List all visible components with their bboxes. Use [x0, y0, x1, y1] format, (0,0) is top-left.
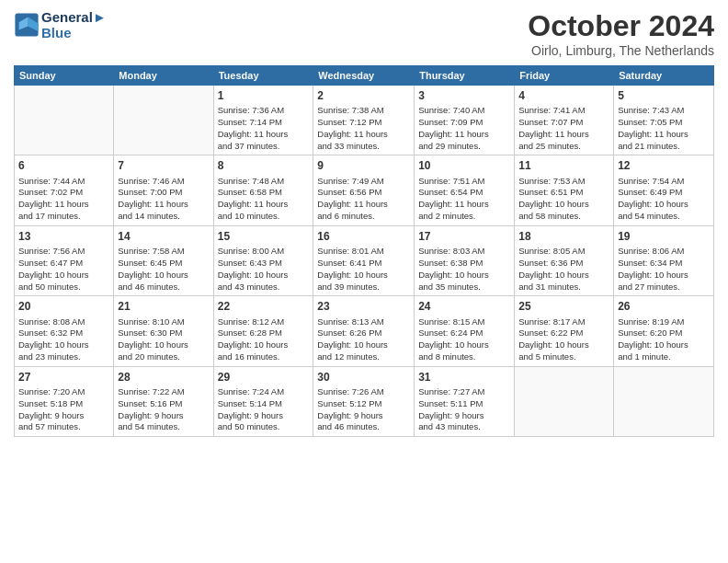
- cell-info-line: Sunrise: 8:19 AM: [618, 316, 710, 328]
- cell-info-line: and 39 minutes.: [317, 282, 410, 293]
- cell-info-line: and 27 minutes.: [618, 282, 710, 293]
- day-number: 19: [618, 229, 710, 244]
- calendar-cell: 17Sunrise: 8:03 AMSunset: 6:38 PMDayligh…: [415, 225, 515, 295]
- cell-info-line: and 50 minutes.: [218, 421, 310, 433]
- cell-info-line: Sunset: 6:38 PM: [418, 258, 510, 270]
- calendar-cell: 24Sunrise: 8:15 AMSunset: 6:24 PMDayligh…: [415, 296, 515, 366]
- cell-info-line: and 21 minutes.: [618, 141, 710, 153]
- cell-info-line: Sunset: 6:54 PM: [418, 187, 510, 199]
- cell-info-line: Sunrise: 8:06 AM: [618, 246, 710, 258]
- calendar-cell: 10Sunrise: 7:51 AMSunset: 6:54 PMDayligh…: [415, 155, 515, 225]
- calendar-cell: 7Sunrise: 7:46 AMSunset: 7:00 PMDaylight…: [114, 155, 213, 225]
- day-number: 30: [317, 370, 410, 385]
- day-number: 8: [218, 158, 310, 173]
- day-number: 16: [317, 229, 410, 244]
- cell-info-line: and 46 minutes.: [317, 421, 410, 433]
- weekday-header: Tuesday: [213, 66, 313, 86]
- cell-info-line: Sunrise: 7:49 AM: [317, 176, 410, 188]
- calendar-cell: 23Sunrise: 8:13 AMSunset: 6:26 PMDayligh…: [313, 296, 415, 366]
- cell-info-line: Daylight: 10 hours: [518, 199, 609, 211]
- cell-info-line: and 50 minutes.: [18, 282, 109, 293]
- cell-info-line: Sunrise: 8:15 AM: [418, 316, 510, 328]
- cell-info-line: Sunset: 6:26 PM: [317, 327, 410, 339]
- calendar-cell: 5Sunrise: 7:43 AMSunset: 7:05 PMDaylight…: [614, 86, 714, 155]
- cell-info-line: Sunset: 5:18 PM: [18, 398, 109, 410]
- cell-info-line: Sunrise: 7:36 AM: [218, 105, 310, 117]
- cell-info-line: and 35 minutes.: [418, 282, 510, 293]
- calendar-cell: 25Sunrise: 8:17 AMSunset: 6:22 PMDayligh…: [515, 296, 614, 366]
- cell-info-line: Sunrise: 7:26 AM: [317, 386, 410, 398]
- calendar-week-row: 20Sunrise: 8:08 AMSunset: 6:32 PMDayligh…: [15, 296, 714, 366]
- cell-info-line: Daylight: 11 hours: [118, 199, 209, 211]
- title-block: October 2024 Oirlo, Limburg, The Netherl…: [528, 9, 714, 58]
- cell-info-line: and 16 minutes.: [218, 351, 310, 363]
- calendar-header-row: SundayMondayTuesdayWednesdayThursdayFrid…: [15, 66, 714, 86]
- cell-info-line: Sunrise: 7:24 AM: [218, 386, 310, 398]
- cell-info-line: Sunrise: 7:46 AM: [118, 176, 209, 188]
- calendar-cell: 21Sunrise: 8:10 AMSunset: 6:30 PMDayligh…: [114, 296, 213, 366]
- calendar-cell: 16Sunrise: 8:01 AMSunset: 6:41 PMDayligh…: [313, 225, 415, 295]
- day-number: 17: [418, 229, 510, 244]
- cell-info-line: Daylight: 11 hours: [218, 129, 310, 141]
- cell-info-line: Daylight: 10 hours: [418, 339, 510, 351]
- cell-info-line: Sunset: 6:47 PM: [18, 258, 109, 270]
- cell-info-line: and 5 minutes.: [518, 351, 609, 363]
- cell-info-line: Sunset: 6:24 PM: [418, 327, 510, 339]
- calendar-cell: [114, 86, 213, 155]
- calendar-cell: 31Sunrise: 7:27 AMSunset: 5:11 PMDayligh…: [415, 366, 515, 436]
- cell-info-line: and 54 minutes.: [618, 211, 710, 223]
- cell-info-line: and 1 minute.: [618, 351, 710, 363]
- day-number: 3: [418, 88, 510, 103]
- cell-info-line: Daylight: 10 hours: [618, 270, 710, 282]
- calendar-cell: 29Sunrise: 7:24 AMSunset: 5:14 PMDayligh…: [213, 366, 313, 436]
- page: General► Blue October 2024 Oirlo, Limbur…: [0, 0, 728, 563]
- cell-info-line: and 58 minutes.: [518, 211, 609, 223]
- cell-info-line: Sunrise: 8:12 AM: [218, 316, 310, 328]
- calendar-cell: [515, 366, 614, 436]
- calendar-cell: 2Sunrise: 7:38 AMSunset: 7:12 PMDaylight…: [313, 86, 415, 155]
- cell-info-line: Sunrise: 8:10 AM: [118, 316, 209, 328]
- cell-info-line: Daylight: 10 hours: [518, 339, 609, 351]
- cell-info-line: Sunset: 6:43 PM: [218, 258, 310, 270]
- cell-info-line: and 6 minutes.: [317, 211, 410, 223]
- cell-info-line: Sunset: 5:14 PM: [218, 398, 310, 410]
- cell-info-line: Sunrise: 7:53 AM: [518, 176, 609, 188]
- cell-info-line: Sunrise: 8:13 AM: [317, 316, 410, 328]
- weekday-header: Saturday: [614, 66, 714, 86]
- cell-info-line: Sunrise: 8:17 AM: [518, 316, 609, 328]
- cell-info-line: Sunset: 6:20 PM: [618, 327, 710, 339]
- calendar-cell: 30Sunrise: 7:26 AMSunset: 5:12 PMDayligh…: [313, 366, 415, 436]
- cell-info-line: Sunrise: 8:03 AM: [418, 246, 510, 258]
- weekday-header: Friday: [515, 66, 614, 86]
- cell-info-line: Sunrise: 8:00 AM: [218, 246, 310, 258]
- cell-info-line: and 12 minutes.: [317, 351, 410, 363]
- cell-info-line: and 31 minutes.: [518, 282, 609, 293]
- day-number: 24: [418, 299, 510, 314]
- calendar-cell: 18Sunrise: 8:05 AMSunset: 6:36 PMDayligh…: [515, 225, 614, 295]
- cell-info-line: Daylight: 11 hours: [418, 129, 510, 141]
- weekday-header: Thursday: [415, 66, 515, 86]
- cell-info-line: Daylight: 10 hours: [118, 339, 209, 351]
- day-number: 14: [118, 229, 209, 244]
- cell-info-line: Daylight: 10 hours: [218, 339, 310, 351]
- cell-info-line: and 17 minutes.: [18, 211, 109, 223]
- day-number: 9: [317, 158, 410, 173]
- cell-info-line: Sunrise: 7:43 AM: [618, 105, 710, 117]
- day-number: 20: [18, 299, 109, 314]
- calendar-week-row: 27Sunrise: 7:20 AMSunset: 5:18 PMDayligh…: [15, 366, 714, 436]
- cell-info-line: Sunrise: 7:40 AM: [418, 105, 510, 117]
- calendar-cell: 12Sunrise: 7:54 AMSunset: 6:49 PMDayligh…: [614, 155, 714, 225]
- logo-icon: [14, 12, 40, 38]
- calendar-cell: 6Sunrise: 7:44 AMSunset: 7:02 PMDaylight…: [15, 155, 114, 225]
- cell-info-line: Sunrise: 7:41 AM: [518, 105, 609, 117]
- cell-info-line: Daylight: 11 hours: [218, 199, 310, 211]
- calendar-cell: 28Sunrise: 7:22 AMSunset: 5:16 PMDayligh…: [114, 366, 213, 436]
- cell-info-line: Sunset: 6:45 PM: [118, 258, 209, 270]
- location: Oirlo, Limburg, The Netherlands: [528, 43, 714, 58]
- cell-info-line: Sunrise: 7:27 AM: [418, 386, 510, 398]
- cell-info-line: Daylight: 9 hours: [317, 410, 410, 422]
- calendar-cell: 15Sunrise: 8:00 AMSunset: 6:43 PMDayligh…: [213, 225, 313, 295]
- cell-info-line: Daylight: 11 hours: [18, 199, 109, 211]
- day-number: 4: [518, 88, 609, 103]
- cell-info-line: Daylight: 11 hours: [618, 129, 710, 141]
